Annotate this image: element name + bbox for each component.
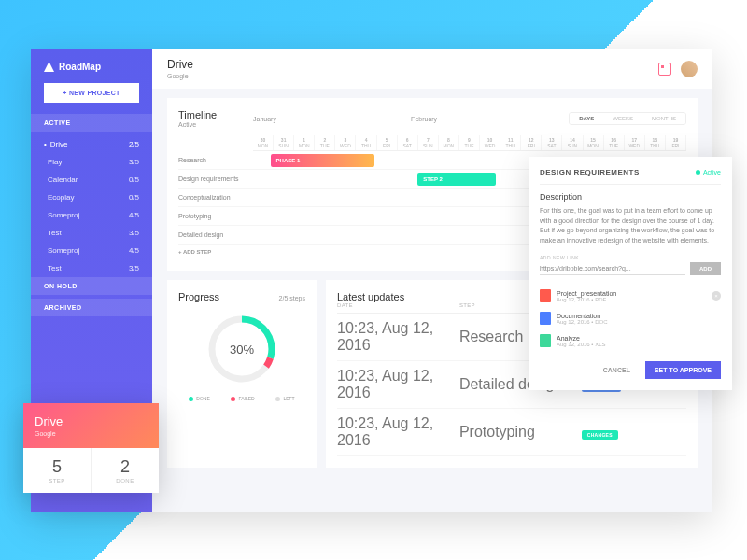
add-link-label: ADD NEW LINK [540,255,721,260]
page-title: Drive [167,58,193,71]
progress-steps: 2/5 steps [279,295,305,301]
day-cell: 15MON [584,135,604,150]
progress-title: Progress [178,291,219,302]
day-cell: 10WED [480,135,500,150]
day-cell: 8MON [439,135,459,150]
day-cell: 12FRI [521,135,542,150]
progress-percent: 30% [230,343,254,357]
flag-icon [44,62,54,72]
view-tab-days[interactable]: DAYS [570,113,603,124]
progress-legend: DONE FAILED LEFT [178,396,305,401]
progress-donut: 30% [204,312,279,386]
file-row[interactable]: AnalyzeAug 12, 2016 • XLS [540,329,721,352]
float-sub: Google [35,430,148,437]
float-title: Drive [35,414,148,428]
file-icon [540,312,551,325]
sidebar-item-someproj[interactable]: Someproj4/5 [31,206,152,224]
month-label: February [411,113,569,125]
float-summary-card: Drive Google 5 STEP 2 DONE [23,403,159,493]
day-cell: 14SUN [562,135,583,150]
remove-file-icon[interactable]: × [712,291,721,301]
day-cell: 5FRI [377,135,398,150]
add-link-button[interactable]: ADD [690,262,721,275]
timeline-row-label: Design requirements [178,170,253,189]
day-cell: 9TUE [459,135,480,150]
day-cell: 1MON [294,135,315,150]
file-row[interactable]: Project_presentationAug 12, 2016 • PDF× [540,285,721,307]
sidebar-item-calendar[interactable]: Calendar0/5 [31,171,152,189]
detail-desc-label: Description [540,192,721,202]
sidebar-item-someproj[interactable]: Someproj4/5 [31,242,152,259]
day-cell: 30MON [253,135,274,150]
day-cell: 31SUN [274,135,294,150]
avatar[interactable] [681,61,698,77]
view-tabs: DAYSWEEKSMONTHS [569,112,686,125]
float-done-num: 2 [101,457,149,477]
day-cell: 16TUE [604,135,625,150]
day-cell: 11THU [500,135,521,150]
detail-description: For this one, the goal was to put in a t… [540,206,721,245]
page-subtitle: Google [167,73,193,79]
col-date: DATE [337,302,459,308]
day-cell: 3WED [335,135,356,150]
cancel-button[interactable]: CANCEL [594,361,640,379]
section-onhold[interactable]: ON HOLD [31,277,152,295]
day-cell: 2TUE [315,135,335,150]
day-cell: 7SUN [418,135,439,150]
sidebar-item-test[interactable]: Test3/5 [31,224,152,242]
timeline-row-label: Research [178,151,253,170]
float-step-label: STEP [33,478,81,483]
timeline-row-label: Detailed design [178,226,253,245]
file-icon [540,334,551,347]
section-active[interactable]: ACTIVE [31,114,152,132]
detail-title: DESIGN REQUIREMENTS [540,168,640,176]
float-done-label: DONE [101,478,149,483]
timeline-bar-phase1[interactable]: PHASE 1 [271,154,374,167]
calendar-icon[interactable] [658,63,671,76]
section-archived[interactable]: ARCHIVED [31,299,152,316]
float-step-num: 5 [33,457,81,477]
file-icon [540,289,551,302]
page-header: Drive Google [152,49,712,89]
month-label: January [253,113,411,125]
view-tab-weeks[interactable]: WEEKS [603,113,642,124]
timeline-bar-step2[interactable]: STEP 2 [417,173,496,186]
timeline-row-label: Prototyping [178,207,253,226]
file-row[interactable]: DocumentationAug 12, 2016 • DOC [540,307,721,329]
timeline-row-label: Conceptualization [178,189,253,207]
sidebar-item-ecoplay[interactable]: Ecoplay0/5 [31,189,152,206]
timeline-sub: Active [178,121,253,128]
day-cell: 4THU [356,135,376,150]
day-cell: 18THU [645,135,666,150]
brand-logo: RoadMap [31,62,152,83]
update-row[interactable]: 10:23, Aug 12, 2016PrototypingCHANGES [337,409,686,456]
progress-panel: Progress 2/5 steps 30% DONE FAILED LEFT [167,280,317,468]
link-input[interactable] [540,262,685,275]
day-cell: 17WED [625,135,645,150]
day-cell: 13SAT [542,135,562,150]
detail-panel: DESIGN REQUIREMENTS Active Description F… [529,157,732,390]
approve-button[interactable]: SET TO APPROVE [645,361,721,379]
day-cell: 19FRI [666,135,686,150]
sidebar-item-test[interactable]: Test3/5 [31,259,152,277]
new-project-button[interactable]: + NEW PROJECT [44,83,139,103]
view-tab-months[interactable]: MONTHS [642,113,685,124]
day-cell: 6SAT [398,135,418,150]
timeline-title: Timeline [178,109,253,120]
detail-status: Active [696,169,721,175]
brand-name: RoadMap [59,62,101,72]
sidebar-item-play[interactable]: Play3/5 [31,153,152,171]
sidebar-item-drive[interactable]: •Drive2/5 [31,135,152,153]
